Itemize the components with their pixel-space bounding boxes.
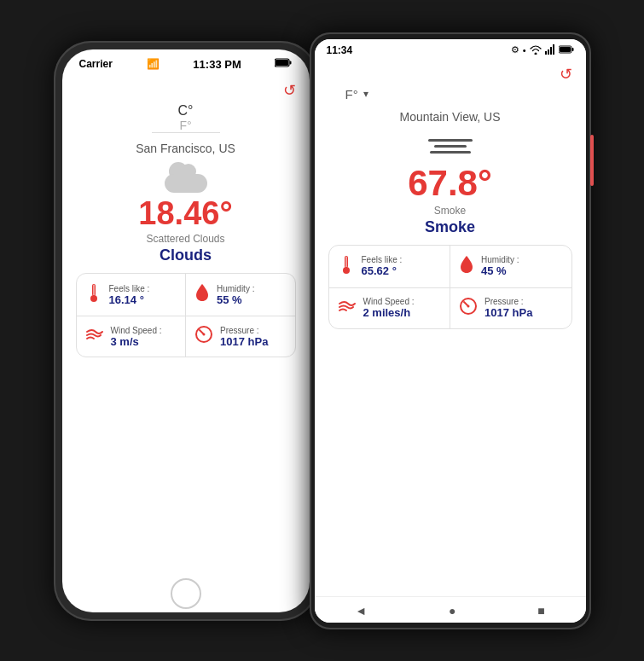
refresh-button-android[interactable]: ↺: [560, 65, 572, 84]
stats-grid-ios: Feels like : 16.14 ° Humidity : 55 %: [76, 273, 296, 357]
thermometer-icon-android: [338, 254, 355, 279]
humidity-label-android: Humidity :: [481, 255, 519, 264]
android-status-bar: 11:34 ⚙ •: [315, 39, 586, 58]
home-button-android[interactable]: ●: [449, 604, 455, 618]
temp-primary-unit: C°: [178, 103, 194, 119]
battery-icon: [275, 58, 292, 70]
svg-point-4: [90, 295, 97, 302]
svg-point-19: [467, 304, 470, 307]
weather-desc-small-ios: Scattered Clouds: [146, 233, 224, 245]
city-label-ios: San Francisco, US: [136, 142, 235, 155]
wind-icon-ios: [85, 327, 104, 346]
wind-value-android: 2 miles/h: [363, 306, 415, 319]
humidity-cell-ios: Humidity : 55 %: [186, 274, 295, 316]
wind-label-ios: Wind Speed :: [111, 326, 162, 335]
pressure-text-ios: Pressure : 1017 hPa: [220, 326, 268, 348]
svg-rect-13: [571, 48, 573, 51]
wifi-icon-android: [530, 44, 542, 56]
svg-rect-17: [345, 257, 347, 267]
thermometer-icon-ios: [85, 282, 102, 307]
pressure-label-android: Pressure :: [484, 297, 532, 306]
weather-desc-large-android: Smoke: [425, 218, 475, 236]
pressure-text-android: Pressure : 1017 hPa: [484, 297, 532, 319]
ios-app-content: ↺ C° F° San Francisco, US 18.46° Scatter…: [62, 74, 310, 573]
svg-rect-5: [93, 285, 95, 295]
wifi-icon: 📶: [147, 58, 160, 70]
humidity-cell-android: Humidity : 45 %: [450, 246, 571, 287]
svg-point-16: [343, 267, 350, 274]
humidity-label-ios: Humidity :: [217, 284, 254, 293]
temp-unit-selector-ios[interactable]: C° F°: [152, 103, 220, 133]
android-screen: 11:34 ⚙ • ↺ F° ▾: [315, 39, 586, 623]
temp-unit-selector-android[interactable]: F° ▾: [345, 87, 368, 101]
cloud-icon: [160, 162, 212, 193]
city-label-android: Mountain View, US: [399, 110, 500, 124]
feels-like-cell-android: Feels like : 65.62 °: [329, 246, 451, 287]
feels-like-value-ios: 16.14 °: [109, 293, 150, 306]
wind-text-android: Wind Speed : 2 miles/h: [363, 297, 415, 319]
main-temperature-ios: 18.46°: [138, 196, 232, 232]
humidity-text-android: Humidity : 45 %: [481, 255, 519, 277]
ios-time: 11:33 PM: [193, 58, 241, 71]
humidity-text-ios: Humidity : 55 %: [217, 284, 254, 306]
pressure-value-android: 1017 hPa: [484, 306, 532, 319]
feels-like-text-android: Feels like : 65.62 °: [362, 255, 403, 277]
humidity-value-android: 45 %: [481, 264, 519, 277]
feels-like-cell-ios: Feels like : 16.14 °: [77, 274, 187, 316]
pressure-cell-ios: Pressure : 1017 hPa: [186, 316, 295, 357]
signal-icon-android: [545, 44, 555, 56]
pressure-label-ios: Pressure :: [220, 326, 268, 335]
svg-rect-9: [548, 49, 549, 55]
feels-like-text-ios: Feels like : 16.14 °: [109, 284, 150, 306]
home-circle[interactable]: [171, 578, 201, 609]
pressure-value-ios: 1017 hPa: [220, 335, 268, 348]
ios-status-bar: Carrier 📶 11:33 PM: [62, 49, 310, 74]
stats-grid-android: Feels like : 65.62 ° Humidity : 45 %: [328, 245, 572, 329]
recent-button-android[interactable]: ■: [537, 604, 544, 618]
svg-point-7: [203, 333, 206, 336]
svg-rect-2: [276, 60, 288, 66]
ios-home-indicator: [62, 573, 310, 612]
gauge-icon-android: [459, 297, 478, 320]
iphone-screen: Carrier 📶 11:33 PM ↺ C° F° San Francisco…: [62, 49, 310, 612]
drop-icon-android: [459, 254, 474, 279]
refresh-button[interactable]: ↺: [283, 81, 296, 100]
gauge-icon-ios: [194, 325, 213, 348]
wind-cell-android: Wind Speed : 2 miles/h: [329, 288, 451, 328]
feels-like-label-ios: Feels like :: [109, 284, 150, 293]
dot-icon: •: [523, 45, 526, 55]
dropdown-arrow-icon: ▾: [363, 88, 368, 100]
stats-row-1-android: Feels like : 65.62 ° Humidity : 45 %: [329, 246, 571, 288]
stats-row-2-android: Wind Speed : 2 miles/h: [329, 288, 571, 328]
battery-icon-android: [559, 45, 574, 55]
svg-rect-8: [545, 51, 547, 55]
wind-icon-android: [338, 299, 357, 318]
stats-row-2: Wind Speed : 3 m/s: [77, 316, 295, 357]
drop-icon-ios: [194, 282, 210, 307]
gear-icon: ⚙: [511, 44, 519, 55]
android-app-content: ↺ F° ▾ Mountain View, US 67.8° Smoke Smo…: [315, 58, 586, 596]
wind-text-ios: Wind Speed : 3 m/s: [111, 326, 162, 348]
svg-rect-10: [550, 47, 552, 55]
ios-carrier: Carrier: [79, 58, 113, 70]
android-status-icons: ⚙ •: [511, 44, 574, 56]
temp-secondary-unit: F°: [179, 119, 191, 132]
feels-like-label-android: Feels like :: [362, 255, 403, 264]
smoke-icon: [428, 136, 473, 157]
weather-desc-small-android: Smoke: [434, 205, 466, 217]
feels-like-value-android: 65.62 °: [362, 264, 403, 277]
android-time: 11:34: [327, 44, 353, 56]
temp-unit-label-android: F°: [345, 87, 358, 101]
weather-desc-large-ios: Clouds: [160, 246, 212, 264]
stats-row-1: Feels like : 16.14 ° Humidity : 55 %: [77, 274, 295, 316]
svg-rect-1: [290, 61, 292, 65]
android-nav-bar: ◄ ● ■: [315, 596, 586, 623]
wind-value-ios: 3 m/s: [111, 335, 162, 348]
android-side-button: [590, 135, 594, 186]
back-button-android[interactable]: ◄: [355, 604, 367, 618]
wind-label-android: Wind Speed :: [363, 297, 415, 306]
wind-cell-ios: Wind Speed : 3 m/s: [77, 316, 187, 357]
pressure-cell-android: Pressure : 1017 hPa: [450, 288, 571, 328]
humidity-value-ios: 55 %: [217, 293, 254, 306]
svg-rect-11: [553, 44, 554, 55]
